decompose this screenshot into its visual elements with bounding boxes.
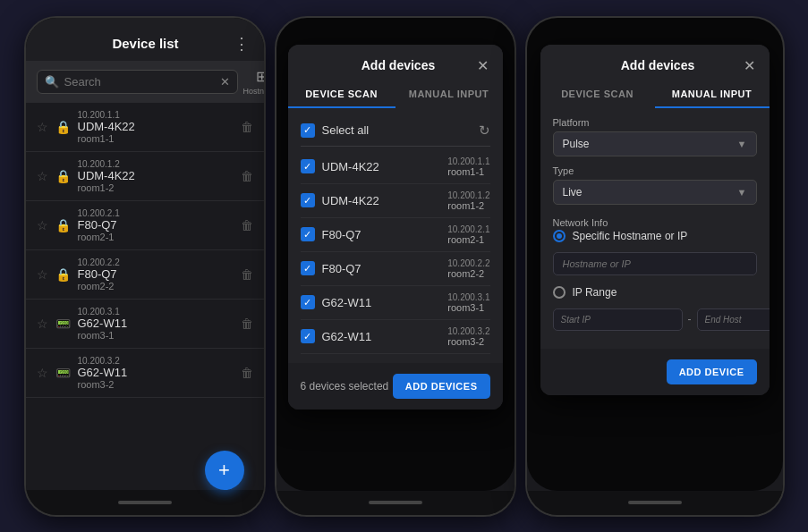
tab-manual-input[interactable]: MANUAL INPUT (395, 81, 503, 108)
platform-value: Pulse (563, 138, 590, 150)
tab-manual-input-3[interactable]: MANUAL INPUT (655, 81, 770, 108)
device-list-item: ☆ 📟 10.200.3.2 G62-W11 room3-2 🗑 (26, 349, 264, 398)
ip-range-radio[interactable] (553, 286, 566, 299)
modal-close-icon[interactable]: ✕ (477, 57, 489, 74)
scan-device-name: UDM-4K22 (322, 160, 379, 173)
device-ip: 10.200.2.2 (78, 258, 234, 267)
tab-device-scan-3[interactable]: DEVICE SCAN (540, 81, 655, 108)
scan-device-name: F80-Q7 (322, 228, 361, 241)
scan-device-list: UDM-4K22 10.200.1.1 room1-1 UDM-4K22 10.… (301, 150, 490, 354)
select-all-checkbox[interactable] (301, 123, 315, 138)
device-checkbox-3[interactable] (301, 261, 315, 275)
specific-hostname-label: Specific Hostname or IP (573, 230, 688, 242)
lock-icon: 🔒 (55, 169, 71, 183)
refresh-icon[interactable]: ↻ (479, 122, 490, 139)
favorite-star-icon[interactable]: ☆ (37, 169, 48, 183)
scan-device-meta: 10.200.2.2 room2-2 (447, 258, 489, 279)
device-ip: 10.200.3.2 (78, 356, 234, 366)
delete-device-icon[interactable]: 🗑 (241, 366, 253, 380)
scan-device-ip: 10.200.1.1 (447, 156, 489, 166)
hostname-sort-button[interactable]: ⊞ Hostname (243, 68, 264, 96)
end-host-input[interactable] (697, 308, 770, 331)
scan-device-room: room3-1 (447, 302, 489, 313)
search-icon: 🔍 (45, 75, 59, 89)
favorite-star-icon[interactable]: ☆ (37, 366, 48, 380)
favorite-star-icon[interactable]: ☆ (37, 120, 48, 134)
specific-hostname-radio[interactable] (553, 230, 566, 242)
scan-device-name: G62-W11 (322, 330, 372, 343)
favorite-star-icon[interactable]: ☆ (37, 317, 48, 331)
add-device-button[interactable]: ADD DEVICE (667, 359, 757, 384)
hostname-input[interactable] (553, 252, 757, 275)
device-list-title: Device list (58, 36, 234, 51)
device-ip: 10.200.3.1 (78, 307, 234, 317)
chevron-down-icon-2: ▼ (737, 187, 747, 198)
scan-device-item: F80-Q7 10.200.2.1 room2-1 (301, 218, 490, 252)
scan-device-meta: 10.200.1.2 room1-2 (447, 190, 489, 211)
favorite-star-icon[interactable]: ☆ (37, 267, 48, 282)
scan-device-name: F80-Q7 (322, 262, 361, 275)
modal-body-manual: Platform Pulse ▼ Type Live ▼ (540, 108, 770, 349)
device-checkbox-2[interactable] (301, 227, 315, 241)
phone-device-list: Device list ⋮ 🔍 ✕ ⊞ Hostname ☆ Favorites (24, 16, 266, 517)
device-info: 10.200.1.2 UDM-4K22 room1-2 (78, 159, 234, 193)
chevron-down-icon: ▼ (737, 139, 747, 149)
bottom-bar-3 (527, 491, 783, 515)
bottom-bar (26, 490, 264, 515)
device-checkbox-5[interactable] (301, 329, 315, 343)
device-list-item: ☆ 🔒 10.200.1.1 UDM-4K22 room1-1 🗑 (26, 103, 264, 152)
scan-device-room: room2-1 (447, 234, 489, 245)
delete-device-icon[interactable]: 🗑 (241, 169, 253, 183)
device-info: 10.200.3.2 G62-W11 room3-2 (78, 356, 234, 390)
add-device-fab[interactable]: + (205, 451, 244, 490)
clear-search-icon[interactable]: ✕ (220, 75, 230, 89)
device-checkbox-0[interactable] (301, 159, 315, 173)
scan-device-ip: 10.200.3.2 (447, 326, 489, 336)
device-list-header: Device list ⋮ (26, 18, 264, 61)
modal-title: Add devices (320, 58, 477, 72)
device-checkbox-4[interactable] (301, 295, 315, 309)
device-room: room2-2 (78, 281, 234, 291)
delete-device-icon[interactable]: 🗑 (241, 267, 253, 282)
device-info: 10.200.1.1 UDM-4K22 room1-1 (78, 110, 234, 144)
delete-device-icon[interactable]: 🗑 (241, 120, 253, 134)
type-select[interactable]: Live ▼ (553, 180, 757, 205)
device-list-item: ☆ 🔒 10.200.1.2 UDM-4K22 room1-2 🗑 (26, 152, 264, 201)
search-input[interactable] (64, 75, 215, 89)
type-group: Type Live ▼ (553, 165, 757, 205)
scan-device-room: room3-2 (447, 336, 489, 347)
tab-device-scan[interactable]: DEVICE SCAN (288, 81, 395, 108)
scan-device-room: room1-2 (447, 200, 489, 211)
device-name: F80-Q7 (78, 267, 234, 281)
scan-device-name: UDM-4K22 (322, 194, 379, 207)
modal-tabs: DEVICE SCAN MANUAL INPUT (288, 74, 503, 108)
add-devices-button[interactable]: ADD DEVICES (393, 374, 490, 399)
search-bar: 🔍 ✕ ⊞ Hostname ☆ Favorites (26, 61, 264, 103)
scan-device-name: G62-W11 (322, 296, 372, 309)
select-all-row: Select all ↻ (301, 117, 490, 147)
search-input-wrap[interactable]: 🔍 ✕ (37, 70, 238, 94)
modal-title-3: Add devices (573, 58, 744, 72)
favorite-star-icon[interactable]: ☆ (37, 218, 48, 232)
modal-background: Add devices ✕ DEVICE SCAN MANUAL INPUT S… (276, 18, 515, 491)
platform-group: Platform Pulse ▼ (553, 117, 757, 156)
scan-device-ip: 10.200.3.1 (447, 292, 489, 302)
scan-device-meta: 10.200.3.1 room3-1 (447, 292, 489, 313)
device-type-icon: 📟 (55, 317, 71, 331)
network-info-label: Network Info (553, 217, 608, 228)
platform-select[interactable]: Pulse ▼ (553, 131, 757, 156)
scan-device-item: F80-Q7 10.200.2.2 room2-2 (301, 252, 490, 286)
modal-tabs-3: DEVICE SCAN MANUAL INPUT (540, 74, 770, 108)
delete-device-icon[interactable]: 🗑 (241, 218, 253, 232)
more-menu-icon[interactable]: ⋮ (234, 34, 250, 54)
device-room: room3-1 (78, 330, 234, 341)
device-checkbox-1[interactable] (301, 193, 315, 207)
ip-range-dash: - (688, 313, 692, 325)
home-indicator-2 (369, 501, 422, 504)
delete-device-icon[interactable]: 🗑 (241, 317, 253, 331)
start-ip-input[interactable] (553, 308, 683, 331)
lock-icon: 🔒 (55, 218, 71, 232)
device-info: 10.200.2.1 F80-Q7 room2-1 (78, 208, 234, 242)
ip-range-label: IP Range (573, 286, 617, 299)
modal-close-icon-3[interactable]: ✕ (744, 57, 755, 74)
